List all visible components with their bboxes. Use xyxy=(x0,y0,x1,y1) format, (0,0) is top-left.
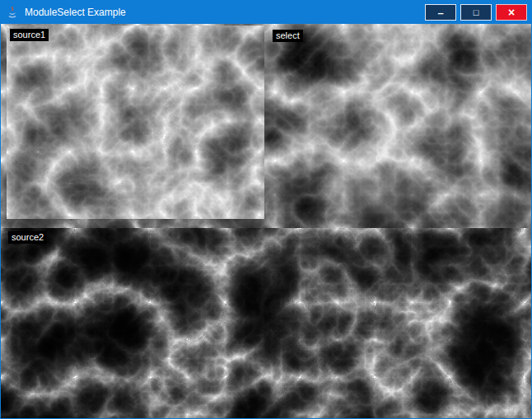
minimize-button[interactable]: – xyxy=(425,4,456,21)
source1-noise-image xyxy=(7,26,264,219)
maximize-button[interactable]: □ xyxy=(460,4,492,21)
java-coffee-cup-icon-svg xyxy=(6,6,19,19)
close-button[interactable]: × xyxy=(496,4,527,21)
java-coffee-cup-icon xyxy=(6,6,19,19)
source2-noise-image xyxy=(1,228,531,418)
titlebar[interactable]: ModuleSelect Example – □ × xyxy=(1,1,531,24)
source1-noise-svg xyxy=(7,26,264,219)
source1-label: source1 xyxy=(10,29,49,41)
source2-label: source2 xyxy=(8,231,47,244)
window-title: ModuleSelect Example xyxy=(25,7,126,18)
source2-noise-svg xyxy=(1,228,531,418)
select-label: select xyxy=(273,30,303,42)
window-controls: – □ × xyxy=(425,4,527,21)
app-window: ModuleSelect Example – □ × xyxy=(0,0,532,419)
canvas-area: source1 select source2 xyxy=(1,24,531,418)
